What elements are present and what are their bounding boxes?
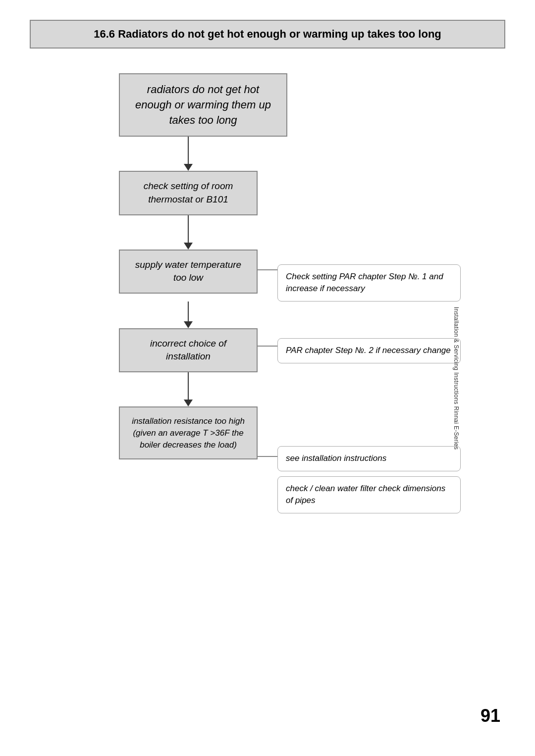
connector-4 xyxy=(258,346,277,347)
connector-5 xyxy=(258,456,277,457)
flow-box-2: check setting of room thermostat or B101 xyxy=(119,171,258,215)
connector-3 xyxy=(258,269,277,270)
sidebar-label-wrapper: Installation & Servicing Instructions Ri… xyxy=(385,0,528,756)
arrow-1 xyxy=(119,137,258,171)
page-container: 16.6 Radiators do not get hot enough or … xyxy=(0,0,535,756)
arrow-2 xyxy=(119,215,258,250)
arrow-4 xyxy=(119,372,258,406)
flow-box-4: incorrect choice of installation xyxy=(119,328,258,372)
sidebar-label: Installation & Servicing Instructions Ri… xyxy=(453,306,460,450)
flow-box-5: installation resistance too high (given … xyxy=(119,406,258,459)
flow-box-3: supply water temperature too low xyxy=(119,250,258,294)
flow-box-1: radiators do not get hot enough or warmi… xyxy=(119,73,287,137)
arrow-3 xyxy=(119,302,258,328)
page-number: 91 xyxy=(481,706,500,726)
